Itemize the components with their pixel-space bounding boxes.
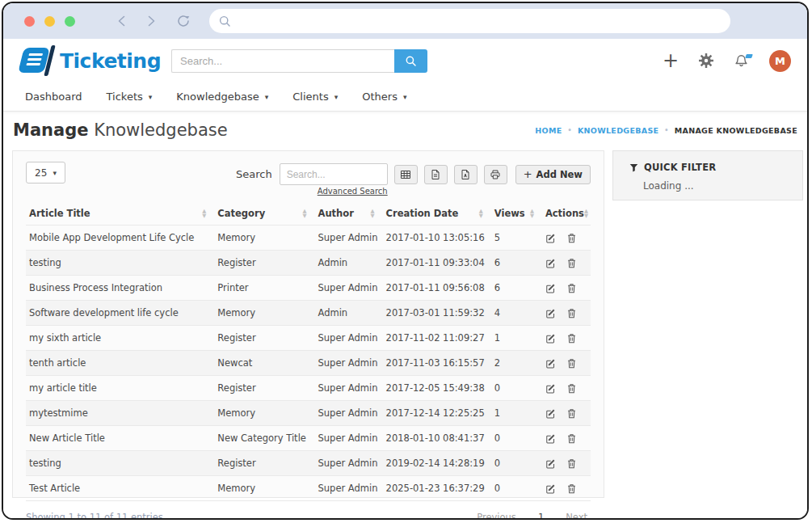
- cell-views: 4: [491, 301, 542, 326]
- sort-icon[interactable]: ▲▼: [371, 209, 380, 219]
- edit-icon[interactable]: [545, 458, 556, 469]
- previous-page-button[interactable]: Previous: [477, 512, 516, 520]
- cell-author: Super Admin: [315, 476, 383, 501]
- nav-item-others[interactable]: Others▾: [362, 91, 406, 103]
- back-button[interactable]: [116, 15, 128, 27]
- edit-icon[interactable]: [545, 358, 556, 369]
- advanced-search-link[interactable]: Advanced Search: [318, 187, 388, 196]
- sort-icon[interactable]: ▲▼: [479, 209, 488, 219]
- delete-trash-icon[interactable]: [566, 308, 577, 318]
- cell-actions: [542, 426, 591, 451]
- settings-gear-icon[interactable]: [699, 53, 713, 68]
- filter-funnel-icon: [629, 163, 638, 172]
- cell-article-title: my article title: [26, 376, 214, 401]
- column-header-category[interactable]: Category▲▼: [214, 202, 314, 226]
- edit-icon[interactable]: [545, 258, 556, 268]
- table-row: Business Process Integration Printer Sup…: [26, 276, 591, 301]
- brand-name: Ticketing: [60, 49, 161, 73]
- column-header-article-title[interactable]: Article Title▲▼: [26, 202, 214, 226]
- cell-views: 1: [491, 401, 542, 426]
- edit-icon[interactable]: [545, 433, 556, 444]
- table-controls: 25 ▾ Search Advanced Search: [26, 162, 591, 196]
- delete-trash-icon[interactable]: [566, 233, 577, 243]
- delete-trash-icon[interactable]: [566, 258, 577, 268]
- cell-creation-date: 2017-12-14 12:25:25: [383, 401, 491, 426]
- user-avatar[interactable]: M: [769, 50, 791, 72]
- sort-icon[interactable]: ▲▼: [303, 209, 312, 219]
- copy-table-button[interactable]: [394, 165, 418, 184]
- global-search-input[interactable]: [171, 49, 394, 73]
- delete-trash-icon[interactable]: [566, 408, 577, 419]
- add-new-button[interactable]: + Add New: [515, 165, 591, 184]
- breadcrumb-separator: •: [568, 127, 572, 134]
- cell-creation-date: 2017-03-01 11:59:32: [383, 301, 491, 326]
- delete-trash-icon[interactable]: [566, 483, 577, 494]
- reload-button[interactable]: [175, 13, 191, 29]
- nav-item-dashboard[interactable]: Dashboard: [25, 91, 82, 103]
- sort-icon[interactable]: ▲▼: [584, 209, 593, 219]
- page-number[interactable]: 1: [538, 512, 544, 520]
- chevron-down-icon: ▾: [149, 93, 153, 101]
- cell-creation-date: 2017-01-10 13:05:16: [383, 226, 491, 251]
- add-icon[interactable]: +: [663, 51, 679, 70]
- edit-icon[interactable]: [545, 483, 556, 494]
- nav-item-tickets[interactable]: Tickets▾: [107, 91, 153, 103]
- edit-icon[interactable]: [545, 283, 556, 293]
- delete-trash-icon[interactable]: [566, 383, 577, 394]
- delete-trash-icon[interactable]: [566, 458, 577, 469]
- cell-author: Super Admin: [315, 276, 383, 301]
- breadcrumb-separator: •: [664, 127, 668, 134]
- global-search-button[interactable]: [394, 49, 427, 73]
- sort-icon[interactable]: ▲▼: [530, 209, 539, 219]
- cell-actions: [542, 326, 591, 351]
- cell-actions: [542, 301, 591, 326]
- column-header-views[interactable]: Views▲▼: [491, 202, 542, 226]
- cell-category: Register: [214, 376, 314, 401]
- sort-icon[interactable]: ▲▼: [202, 209, 211, 219]
- cell-article-title: Software development life cycle: [26, 301, 214, 326]
- edit-icon[interactable]: [545, 308, 556, 318]
- forward-button[interactable]: [145, 15, 158, 27]
- notification-badge: [745, 54, 753, 58]
- breadcrumb-home[interactable]: HOME: [535, 126, 562, 135]
- cell-views: 0: [491, 476, 542, 501]
- cell-author: Super Admin: [315, 426, 383, 451]
- column-header-creation-date[interactable]: Creation Date▲▼: [383, 202, 491, 226]
- edit-icon[interactable]: [545, 333, 556, 344]
- edit-icon[interactable]: [545, 408, 556, 419]
- table-row: my sixth article Register Super Admin 20…: [26, 326, 591, 351]
- address-bar[interactable]: [209, 9, 730, 33]
- cell-category: Memory: [214, 226, 314, 251]
- cell-creation-date: 2017-01-11 09:33:04: [383, 251, 491, 276]
- cell-creation-date: 2025-01-23 16:37:29: [383, 476, 491, 501]
- delete-trash-icon[interactable]: [566, 333, 577, 344]
- export-file-button[interactable]: [424, 165, 448, 184]
- next-page-button[interactable]: Next: [566, 512, 587, 520]
- quick-filter-panel: QUICK FILTER Loading ...: [612, 150, 803, 200]
- delete-trash-icon[interactable]: [566, 358, 577, 369]
- table-body: Mobile App Development Life Cycle Memory…: [26, 226, 591, 501]
- edit-icon[interactable]: [545, 383, 556, 394]
- notifications-bell-icon[interactable]: [734, 53, 749, 69]
- cell-author: Super Admin: [315, 376, 383, 401]
- page-size-select[interactable]: 25 ▾: [26, 162, 65, 183]
- delete-trash-icon[interactable]: [566, 283, 577, 293]
- window-minimize-button[interactable]: [44, 16, 55, 27]
- delete-trash-icon[interactable]: [566, 433, 577, 444]
- cell-article-title: testing: [26, 251, 214, 276]
- breadcrumb-knowledgebase[interactable]: KNOWLEDGEBASE: [578, 126, 658, 135]
- nav-item-knowledgebase[interactable]: Knowledgebase▾: [176, 91, 268, 103]
- chevron-down-icon: ▾: [334, 93, 339, 101]
- nav-item-clients[interactable]: Clients▾: [292, 91, 338, 103]
- table-search-input[interactable]: [280, 163, 388, 185]
- edit-icon[interactable]: [545, 233, 556, 243]
- column-header-author[interactable]: Author▲▼: [315, 202, 383, 226]
- brand-logo[interactable]: Ticketing: [19, 47, 161, 74]
- cell-article-title: testing: [26, 451, 214, 476]
- export-pdf-button[interactable]: [454, 165, 478, 184]
- window-close-button[interactable]: [24, 16, 35, 27]
- cell-author: Super Admin: [315, 451, 383, 476]
- window-maximize-button[interactable]: [65, 16, 75, 27]
- print-button[interactable]: [484, 165, 507, 184]
- column-header-actions[interactable]: Actions▲▼: [542, 202, 591, 226]
